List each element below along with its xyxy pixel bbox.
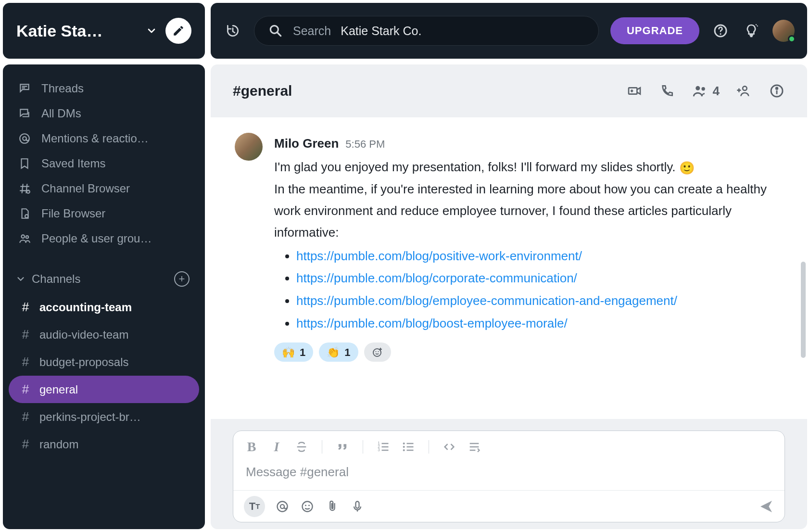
- reaction[interactable]: 🙌 1: [274, 342, 313, 362]
- svg-point-21: [403, 443, 405, 444]
- presence-indicator: [788, 35, 796, 43]
- message-links: https://pumble.com/blog/positive-work-en…: [274, 245, 783, 334]
- svg-point-16: [375, 351, 376, 352]
- italic-button[interactable]: I: [269, 439, 284, 455]
- reaction[interactable]: 👏 1: [319, 342, 358, 362]
- svg-point-4: [22, 235, 25, 238]
- upgrade-label: UPGRADE: [627, 25, 683, 37]
- channel-accounting-team[interactable]: # accounting-team: [9, 293, 199, 321]
- reaction-count: 1: [344, 343, 350, 362]
- link[interactable]: https://pumble.com/blog/employee-communi…: [296, 293, 677, 308]
- svg-point-5: [26, 236, 28, 238]
- nav-saved[interactable]: Saved Items: [9, 151, 199, 176]
- nav-mentions[interactable]: Mentions & reactio…: [9, 126, 199, 151]
- svg-point-12: [743, 86, 747, 90]
- history-button[interactable]: [223, 21, 242, 40]
- nav-label: Channel Browser: [41, 182, 130, 195]
- channels-section-header[interactable]: Channels +: [9, 265, 199, 293]
- add-channel-button[interactable]: +: [174, 271, 190, 287]
- nav-file-browser[interactable]: File Browser: [9, 201, 199, 226]
- workspace-switcher[interactable]: Katie Sta…: [3, 3, 205, 59]
- code-button[interactable]: [442, 439, 457, 455]
- user-avatar[interactable]: [772, 20, 795, 42]
- emoji-button[interactable]: [300, 499, 315, 514]
- svg-point-27: [305, 505, 306, 506]
- nav-label: Mentions & reactio…: [41, 132, 149, 145]
- svg-point-24: [278, 501, 288, 511]
- message: Milo Green 5:56 PM I'm glad you enjoyed …: [235, 133, 783, 362]
- ordered-list-button[interactable]: 123: [376, 439, 391, 455]
- format-toolbar: B I 123: [233, 431, 785, 458]
- video-call-button[interactable]: [626, 83, 643, 99]
- upgrade-button[interactable]: UPGRADE: [610, 17, 699, 44]
- reaction-emoji: 👏: [327, 343, 340, 362]
- member-count: 4: [713, 84, 720, 99]
- smile-emoji: 🙂: [679, 161, 695, 175]
- svg-point-26: [303, 501, 313, 511]
- bold-button[interactable]: B: [244, 439, 259, 455]
- search-workspace: Katie Stark Co.: [341, 24, 421, 38]
- message-text: I'm glad you enjoyed my presentation, fo…: [274, 156, 783, 243]
- strike-button[interactable]: [294, 439, 309, 455]
- nav-all-dms[interactable]: All DMs: [9, 101, 199, 126]
- nav-label: File Browser: [41, 207, 105, 220]
- scrollbar-thumb[interactable]: [801, 262, 806, 358]
- audio-call-button[interactable]: [659, 83, 675, 99]
- search-prefix: Search: [293, 24, 331, 38]
- message-input[interactable]: Message #general: [233, 458, 785, 490]
- attach-button[interactable]: [325, 499, 340, 514]
- reactions: 🙌 1 👏 1: [274, 342, 783, 362]
- link[interactable]: https://pumble.com/blog/corporate-commun…: [296, 271, 577, 285]
- reaction-emoji: 🙌: [282, 343, 295, 362]
- send-button[interactable]: [759, 499, 774, 514]
- svg-point-2: [26, 190, 30, 193]
- add-reaction-button[interactable]: [364, 342, 391, 362]
- channel-title[interactable]: #general: [233, 83, 610, 99]
- nav-people[interactable]: People & user grou…: [9, 226, 199, 251]
- hints-button[interactable]: [742, 21, 761, 40]
- composer-area: B I 123: [211, 419, 807, 529]
- author-avatar[interactable]: [235, 133, 263, 161]
- channel-label: budget-proposals: [39, 355, 128, 369]
- audio-clip-button[interactable]: [350, 499, 365, 514]
- channel-random[interactable]: # random: [9, 431, 199, 458]
- hash-icon: #: [20, 437, 31, 452]
- svg-point-15: [373, 349, 381, 356]
- channel-budget-proposals[interactable]: # budget-proposals: [9, 348, 199, 376]
- hash-icon: #: [20, 382, 31, 397]
- channel-label: accounting-team: [39, 301, 132, 314]
- composer-actions: TT: [233, 490, 785, 522]
- search-input[interactable]: Search Katie Stark Co.: [254, 16, 599, 46]
- channel-audio-video-team[interactable]: # audio-video-team: [9, 321, 199, 348]
- nav-channel-browser[interactable]: Channel Browser: [9, 176, 199, 201]
- bullet-list-button[interactable]: [401, 439, 416, 455]
- link[interactable]: https://pumble.com/blog/boost-employee-m…: [296, 316, 568, 330]
- search-icon: [268, 23, 283, 38]
- members-button[interactable]: 4: [692, 83, 720, 99]
- codeblock-button[interactable]: [467, 439, 482, 455]
- mention-button[interactable]: [275, 499, 290, 514]
- channel-info-button[interactable]: [769, 83, 785, 99]
- composer: B I 123: [233, 431, 785, 522]
- message-author[interactable]: Milo Green: [274, 133, 339, 154]
- svg-rect-29: [356, 501, 359, 508]
- compose-button[interactable]: [165, 18, 191, 44]
- workspace-title: Katie Sta…: [16, 22, 138, 40]
- nav-label: Saved Items: [41, 157, 105, 170]
- channel-perkins-project[interactable]: # perkins-project-br…: [9, 403, 199, 431]
- nav-threads[interactable]: Threads: [9, 76, 199, 101]
- svg-point-25: [280, 504, 284, 508]
- channel-general[interactable]: # general: [9, 376, 199, 403]
- svg-point-3: [25, 215, 28, 218]
- svg-point-10: [696, 86, 700, 90]
- channel-label: general: [39, 383, 78, 396]
- channel-label: perkins-project-br…: [39, 410, 141, 424]
- add-member-button[interactable]: [736, 83, 752, 99]
- quote-button[interactable]: [335, 439, 350, 455]
- nav-label: People & user grou…: [41, 232, 152, 245]
- help-button[interactable]: [711, 21, 730, 40]
- svg-point-14: [776, 88, 778, 89]
- toggle-formatting-button[interactable]: TT: [244, 496, 265, 517]
- svg-point-22: [403, 446, 405, 448]
- link[interactable]: https://pumble.com/blog/positive-work-en…: [296, 249, 582, 263]
